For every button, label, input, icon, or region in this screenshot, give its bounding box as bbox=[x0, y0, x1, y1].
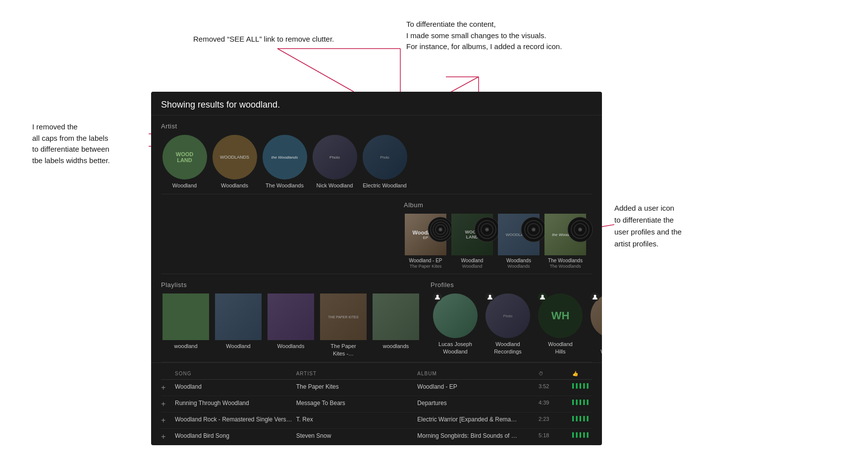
add-song-button[interactable]: + bbox=[161, 416, 171, 425]
song-album: Departures bbox=[417, 400, 535, 409]
album-artist: Woodland bbox=[450, 264, 494, 269]
playlist-thumb: THE PAPER KITES bbox=[320, 293, 367, 340]
album-items-row: Woodland EP bbox=[404, 214, 592, 269]
artist-item[interactable]: the Woodlands The Woodlands bbox=[261, 135, 308, 189]
song-row[interactable]: + Woodland Bird Song Steven Snow Morning… bbox=[161, 429, 592, 445]
vinyl-record bbox=[521, 217, 546, 244]
col-like-icon: 👍 bbox=[572, 371, 592, 376]
album-item[interactable]: WOODLANDS Woodlands Woodlands bbox=[497, 214, 541, 269]
playlist-item[interactable]: woodland bbox=[161, 293, 211, 357]
song-bars: ▌▌▌▌▌ bbox=[572, 383, 592, 392]
song-bars: ▌▌▌▌▌ bbox=[572, 432, 592, 441]
playlist-item[interactable]: woodlands bbox=[371, 293, 421, 357]
album-item[interactable]: Woodland EP bbox=[404, 214, 447, 269]
song-row[interactable]: + Woodland Rock - Remastered Single Vers… bbox=[161, 412, 592, 429]
song-album: Electric Warrior [Expanded & Rema… bbox=[417, 416, 535, 425]
playlist-item[interactable]: Woodland bbox=[214, 293, 263, 357]
profile-item[interactable]: Lucas JosephWoodland bbox=[431, 293, 480, 355]
annotation-top-left: I removed the all caps from the labels t… bbox=[32, 121, 110, 166]
album-name: Woodlands bbox=[497, 257, 541, 264]
album-item[interactable]: WOODLAND Woodland Woodland bbox=[450, 214, 494, 269]
svg-point-28 bbox=[533, 229, 535, 231]
profile-item[interactable]: Photo ConnorWoodland bbox=[588, 293, 602, 355]
song-artist: Steven Snow bbox=[296, 432, 414, 441]
song-album: Woodland - EP bbox=[417, 383, 535, 392]
annotation-bottom-right: Added a user icon to differentiate the u… bbox=[614, 202, 682, 250]
svg-point-34 bbox=[436, 295, 439, 297]
vinyl-record bbox=[567, 217, 593, 244]
playlist-name: Woodland bbox=[214, 343, 263, 350]
song-title: Running Through Woodland bbox=[175, 400, 292, 409]
svg-point-23 bbox=[486, 229, 488, 231]
artist-name-woodland: Woodland bbox=[161, 182, 208, 189]
album-item[interactable]: the Woodlands The Woodlands The Woodland… bbox=[543, 214, 587, 269]
artist-thumb-thewoodlands: the Woodlands bbox=[263, 135, 307, 179]
add-song-button[interactable]: + bbox=[161, 432, 171, 441]
album-artist: The Paper Kites bbox=[404, 264, 447, 269]
artist-name-woodlands: Woodlands bbox=[211, 182, 258, 189]
album-name: Woodland bbox=[450, 257, 494, 264]
artist-name-nick: Nick Woodland bbox=[311, 182, 358, 189]
profile-name: Lucas JosephWoodland bbox=[431, 341, 480, 355]
songs-section: SONG ARTIST ALBUM ⏱ 👍 + Woodland The Pap… bbox=[151, 362, 602, 445]
col-album: ALBUM bbox=[417, 371, 535, 376]
profiles-row: Lucas JosephWoodland Photo WoodlandRecor… bbox=[431, 293, 602, 355]
artist-label: Artist bbox=[161, 122, 592, 130]
profiles-label: Profiles bbox=[431, 281, 602, 289]
profile-item[interactable]: Photo WoodlandRecordings bbox=[483, 293, 533, 355]
song-duration: 5:18 bbox=[539, 432, 568, 441]
profile-name: WoodlandRecordings bbox=[483, 341, 533, 355]
artist-name-electric: Electric Woodland bbox=[361, 182, 408, 189]
svg-point-18 bbox=[439, 229, 441, 231]
annotation-top-right: To differentiate the content, I made som… bbox=[406, 19, 562, 53]
artist-thumb-electric: Photo bbox=[363, 135, 407, 179]
playlist-item[interactable]: THE PAPER KITES The PaperKites -… bbox=[319, 293, 368, 357]
song-artist: The Paper Kites bbox=[296, 383, 414, 392]
playlist-name: woodlands bbox=[371, 343, 421, 350]
album-name: The Woodlands bbox=[543, 257, 587, 264]
song-artist: Message To Bears bbox=[296, 400, 414, 409]
col-duration-icon: ⏱ bbox=[539, 371, 568, 376]
artist-section: Artist WOODLAND Woodland WOODLANDS Woodl… bbox=[151, 116, 602, 194]
playlist-item[interactable]: Woodlands bbox=[266, 293, 316, 357]
song-row[interactable]: + Running Through Woodland Message To Be… bbox=[161, 396, 592, 412]
svg-point-35 bbox=[489, 295, 491, 297]
profiles-section: Profiles Lucas JosephWoodland bbox=[426, 274, 602, 362]
playlist-thumb bbox=[163, 293, 209, 340]
add-song-button[interactable]: + bbox=[161, 400, 171, 409]
album-name: Woodland - EP bbox=[404, 257, 447, 264]
song-title: Woodland bbox=[175, 383, 292, 392]
add-song-button[interactable]: + bbox=[161, 383, 171, 392]
artist-item[interactable]: WOODLANDS Woodlands bbox=[211, 135, 258, 189]
song-artist: T. Rex bbox=[296, 416, 414, 425]
songs-header: SONG ARTIST ALBUM ⏱ 👍 bbox=[161, 368, 592, 380]
playlist-thumb bbox=[215, 293, 262, 340]
playlists-profiles-section: Playlists woodland Woodland bbox=[151, 274, 602, 362]
playlists-section: Playlists woodland Woodland bbox=[151, 274, 426, 362]
playlist-thumb bbox=[268, 293, 314, 340]
artist-name-thewoodlands: The Woodlands bbox=[261, 182, 308, 189]
playlist-thumb bbox=[373, 293, 419, 340]
artist-thumb-woodlands: WOODLANDS bbox=[213, 135, 257, 179]
song-duration: 2:23 bbox=[539, 416, 568, 425]
album-artist: The Woodlands bbox=[543, 264, 587, 269]
profile-name: WoodlandHills bbox=[536, 341, 585, 355]
col-song: SONG bbox=[175, 371, 292, 376]
song-duration: 3:52 bbox=[539, 383, 568, 392]
svg-point-33 bbox=[579, 229, 581, 231]
artist-thumb-nick: Photo bbox=[313, 135, 357, 179]
profile-item[interactable]: WH WoodlandHills bbox=[536, 293, 585, 355]
playlist-name: The PaperKites -… bbox=[319, 343, 368, 357]
svg-line-0 bbox=[277, 49, 354, 92]
song-row[interactable]: + Woodland The Paper Kites Woodland - EP… bbox=[161, 380, 592, 396]
search-header: Showing results for woodland. bbox=[151, 92, 602, 116]
song-album: Morning Songbirds: Bird Sounds of … bbox=[417, 432, 535, 441]
song-title: Woodland Rock - Remastered Single Versio… bbox=[175, 416, 292, 425]
artist-item[interactable]: Photo Nick Woodland bbox=[311, 135, 358, 189]
song-bars: ▌▌▌▌▌ bbox=[572, 416, 592, 425]
artist-item[interactable]: Photo Electric Woodland bbox=[361, 135, 408, 189]
song-title: Woodland Bird Song bbox=[175, 432, 292, 441]
svg-point-37 bbox=[594, 295, 597, 297]
artist-item[interactable]: WOODLAND Woodland bbox=[161, 135, 208, 189]
profile-name: ConnorWoodland bbox=[588, 341, 602, 355]
